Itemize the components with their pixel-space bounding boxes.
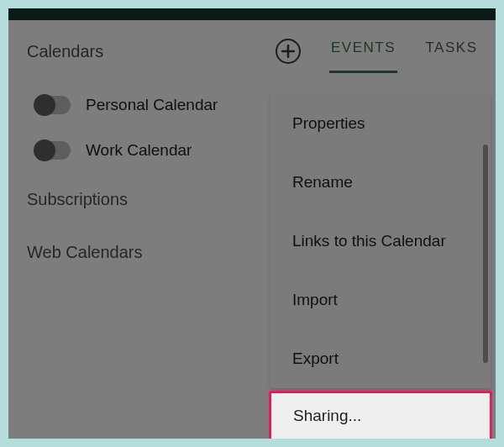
tab-events[interactable]: EVENTS	[319, 21, 407, 73]
app-window: Calendars Personal Calendar Work Calenda…	[8, 8, 496, 439]
calendar-item[interactable]: Work Calendar	[27, 128, 301, 173]
plus-icon	[281, 45, 295, 58]
calendar-label: Work Calendar	[86, 141, 192, 160]
add-calendar-button[interactable]	[276, 39, 301, 64]
menu-item-sharing-highlight: Sharing...	[269, 391, 492, 439]
sidebar-section-web-calendars[interactable]: Web Calendars	[27, 214, 301, 267]
tabs: EVENTS TASKS	[319, 20, 496, 74]
menu-item-properties[interactable]: Properties	[270, 94, 491, 153]
tab-label: TASKS	[426, 39, 478, 55]
sidebar-title: Calendars	[27, 42, 103, 61]
menu-item-import[interactable]: Import	[270, 271, 491, 329]
menu-item-export[interactable]: Export	[270, 329, 491, 388]
sidebar-section-subscriptions[interactable]: Subscriptions	[27, 173, 301, 214]
window-titlebar	[8, 8, 496, 20]
calendar-context-menu: Properties Rename Links to this Calendar…	[270, 94, 491, 388]
tab-tasks[interactable]: TASKS	[407, 21, 496, 73]
calendar-toggle[interactable]	[35, 141, 71, 160]
menu-item-sharing[interactable]: Sharing...	[271, 407, 361, 425]
calendar-label: Personal Calendar	[86, 96, 218, 114]
calendar-toggle[interactable]	[35, 96, 71, 114]
tab-active-indicator	[329, 71, 397, 73]
menu-item-links[interactable]: Links to this Calendar	[270, 212, 491, 271]
menu-scrollbar[interactable]	[483, 145, 488, 363]
menu-item-rename[interactable]: Rename	[270, 153, 491, 212]
calendar-item[interactable]: Personal Calendar	[27, 82, 301, 128]
tab-label: EVENTS	[331, 39, 396, 55]
